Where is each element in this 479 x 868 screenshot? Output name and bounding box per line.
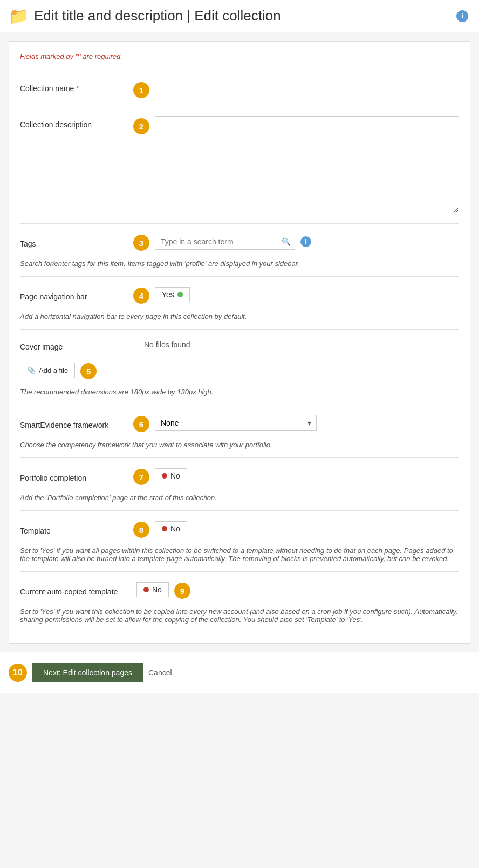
add-file-button[interactable]: 📎 Add a file [20,363,75,378]
collection-name-label: Collection name * [20,80,128,93]
smartevidence-top-row: SmartEvidence framework 6 None [20,414,317,432]
auto-copied-top-row: Current auto-copied template No 9 [20,580,190,599]
smartevidence-hint: Choose the competency framework that you… [20,441,272,449]
search-icon: 🔍 [282,237,291,246]
step-badge-8: 8 [133,522,149,538]
add-file-label: Add a file [39,366,68,374]
main-form: Fields marked by '*' are required. Colle… [9,41,470,644]
no-files-text: No files found [144,340,190,349]
cover-label-group: Cover image [20,338,128,351]
page-nav-top-row: Page navigation bar 4 Yes [20,285,190,304]
portfolio-completion-label: Portfolio completion [20,469,128,482]
form-row-portfolio-completion: Portfolio completion 7 No Add the 'Portf… [20,458,459,511]
form-row-collection-name: Collection name * 1 [20,71,459,107]
auto-copied-dot [143,587,149,592]
form-row-tags: Tags 3 🔍 i Search for/enter tags for thi… [20,224,459,277]
page-title: Edit title and description | Edit collec… [34,8,451,24]
auto-copied-label: Current auto-copied template [20,583,128,596]
auto-copied-hint: Set to 'Yes' if you want this collection… [20,607,459,624]
portfolio-completion-dot [162,473,167,479]
smartevidence-label: SmartEvidence framework [20,416,128,429]
step-badge-9: 9 [174,583,190,599]
tags-label: Tags [20,235,128,248]
required-star: * [76,84,79,93]
tags-info-icon[interactable]: i [300,236,311,247]
step-badge-7: 7 [133,469,149,485]
template-hint: Set to 'Yes' if you want all pages withi… [20,546,459,563]
portfolio-completion-hint: Add the 'Portfolio completion' page at t… [20,494,217,502]
step-badge-3: 3 [133,235,149,251]
template-top-row: Template 8 No [20,520,187,538]
step-badge-6: 6 [133,416,149,432]
step-badge-10: 10 [9,664,27,682]
collection-name-input[interactable] [155,80,459,97]
form-row-collection-description: Collection description 2 [20,107,459,224]
cover-image-hint: The recommended dimensions are 180px wid… [20,388,213,396]
step-badge-2: 2 [133,118,149,134]
collection-description-label: Collection description [20,116,128,129]
cover-image-top-row: Cover image No files found [20,338,459,351]
page-nav-toggle[interactable]: Yes [155,287,190,302]
template-toggle-label: No [170,524,180,533]
smartevidence-select[interactable]: None [155,415,317,431]
next-button[interactable]: Next: Edit collection pages [32,663,143,682]
collection-description-control [155,116,459,215]
page-nav-label: Page navigation bar [20,288,128,301]
folder-icon: 📁 [9,6,29,25]
paperclip-icon: 📎 [27,366,36,374]
form-row-cover-image: Cover image No files found 📎 Add a file … [20,330,459,405]
form-row-template: Template 8 No Set to 'Yes' if you want a… [20,511,459,572]
smartevidence-select-wrapper: None [155,415,317,431]
page-nav-status-dot [177,292,183,297]
step-badge-5: 5 [80,363,97,379]
page-header: 📁 Edit title and description | Edit coll… [0,0,479,32]
tags-hint: Search for/enter tags for this item. Ite… [20,259,299,268]
form-row-page-nav: Page navigation bar 4 Yes Add a horizont… [20,277,459,330]
required-note: Fields marked by '*' are required. [20,52,459,60]
portfolio-completion-toggle[interactable]: No [155,468,187,483]
collection-description-textarea[interactable] [155,116,459,213]
auto-copied-toggle-label: No [152,585,162,594]
template-label: Template [20,522,128,535]
portfolio-completion-top-row: Portfolio completion 7 No [20,467,187,485]
cover-image-label: Cover image [20,338,128,351]
cancel-button[interactable]: Cancel [148,668,172,677]
header-info-icon[interactable]: i [456,10,468,22]
tags-search-input[interactable] [155,234,295,250]
bottom-actions: 10 Next: Edit collection pages Cancel [0,652,479,693]
page-nav-hint: Add a horizontal navigation bar to every… [20,312,247,320]
form-row-smartevidence: SmartEvidence framework 6 None Choose th… [20,405,459,458]
form-row-auto-copied: Current auto-copied template No 9 Set to… [20,572,459,632]
template-dot [162,526,167,531]
collection-name-control [155,80,459,97]
step-badge-1: 1 [133,82,149,98]
portfolio-completion-toggle-label: No [170,471,180,480]
tags-top-row: Tags 3 🔍 i [20,233,311,251]
step-badge-4: 4 [133,288,149,304]
page-nav-toggle-label: Yes [162,290,174,299]
tags-search-wrapper: 🔍 [155,234,295,250]
template-toggle[interactable]: No [155,521,187,536]
auto-copied-toggle[interactable]: No [136,582,169,597]
